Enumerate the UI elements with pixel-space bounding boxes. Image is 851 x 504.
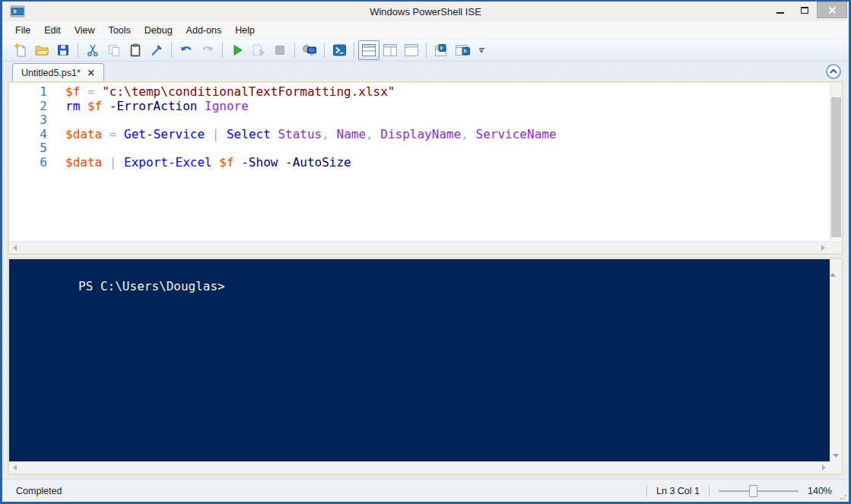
line-number: 4 <box>9 128 47 142</box>
script-editor-pane: 1$f = "c:\temp\conditionalTextFormatting… <box>8 81 843 255</box>
menu-view[interactable]: View <box>68 23 102 38</box>
line-number: 6 <box>9 156 47 170</box>
remote-computer-icon <box>302 43 317 57</box>
title-bar: Windows PowerShell ISE <box>2 2 849 21</box>
editor-horizontal-scrollbar[interactable] <box>9 241 829 253</box>
run-selection-icon <box>251 43 266 57</box>
clear-console-icon <box>150 43 164 57</box>
editor-lines[interactable]: 1$f = "c:\temp\conditionalTextFormatting… <box>9 83 829 241</box>
line-number: 5 <box>9 141 47 156</box>
console-horizontal-scrollbar[interactable] <box>9 461 830 474</box>
save-floppy-icon <box>56 43 70 57</box>
menu-add-ons[interactable]: Add-ons <box>179 23 229 38</box>
zoom-slider-thumb[interactable] <box>749 485 757 497</box>
code-line: 1$f = "c:\temp\conditionalTextFormatting… <box>9 85 829 100</box>
show-script-pane-top-button[interactable] <box>358 40 379 60</box>
toolbar-separator <box>354 43 354 58</box>
workspace: Untitled5.ps1* ✕ 1$f = "c:\temp\conditio… <box>2 62 849 479</box>
menu-help[interactable]: Help <box>228 23 262 38</box>
status-bar-right: Ln 3 Col 1 140% <box>646 484 832 498</box>
console-input-area[interactable]: PS C:\Users\Douglas> <box>9 259 830 461</box>
editor-vertical-scrollbar[interactable] <box>830 84 842 240</box>
script-pane-top-icon <box>361 43 376 57</box>
line-number: 1 <box>9 85 47 100</box>
stop-square-icon <box>273 43 287 57</box>
scroll-up-icon <box>830 260 836 277</box>
code-line: 6$data | Export-Excel $f -Show -AutoSize <box>9 156 829 170</box>
menu-tools[interactable]: Tools <box>102 23 138 38</box>
status-separator <box>709 485 710 497</box>
zoom-slider[interactable] <box>719 484 799 498</box>
undo-button[interactable] <box>176 40 197 60</box>
script-pane-maximized-icon <box>404 43 419 57</box>
overflow-chevron-icon <box>479 50 484 53</box>
script-pane-right-icon <box>383 43 398 57</box>
script-tab-row: Untitled5.ps1* ✕ <box>8 62 843 81</box>
status-separator <box>646 485 647 497</box>
resize-grip[interactable] <box>840 493 847 500</box>
undo-arrow-icon <box>179 43 194 57</box>
copy-icon <box>107 43 121 57</box>
new-powershell-tab-button[interactable] <box>430 40 452 60</box>
toolbar-separator <box>324 43 325 58</box>
collapse-script-pane-button[interactable] <box>825 63 842 80</box>
maximize-button[interactable] <box>792 2 817 18</box>
code-text: rm $f -ErrorAction Ignore <box>65 100 249 114</box>
menu-edit[interactable]: Edit <box>37 23 68 38</box>
console-vertical-scrollbar[interactable] <box>830 260 842 461</box>
console-prompt: PS C:\Users\Douglas> <box>78 279 225 293</box>
open-script-button[interactable] <box>31 40 52 60</box>
tab-label: Untitled5.ps1* <box>21 68 81 78</box>
run-play-icon <box>230 43 244 57</box>
minimize-icon <box>776 12 784 14</box>
toolbar-separator <box>171 43 172 58</box>
clear-console-button[interactable] <box>146 40 167 60</box>
show-script-pane-right-button[interactable] <box>379 40 401 60</box>
start-powershell-button[interactable] <box>329 40 350 60</box>
run-script-button[interactable] <box>227 40 248 60</box>
toolbar-overflow-button[interactable] <box>476 48 487 53</box>
code-line: 5 <box>9 141 829 156</box>
code-line: 3 <box>9 113 829 128</box>
scroll-left-icon <box>13 245 17 251</box>
status-text: Completed <box>16 486 62 496</box>
line-number: 3 <box>9 113 47 128</box>
show-powershell-console-button[interactable] <box>452 40 473 60</box>
redo-button[interactable] <box>197 40 218 60</box>
close-icon <box>828 6 837 14</box>
close-button[interactable] <box>817 2 847 18</box>
scrollbar-thumb[interactable] <box>831 97 841 237</box>
scroll-left-icon <box>13 464 17 471</box>
new-script-button[interactable] <box>10 40 31 60</box>
menu-file[interactable]: File <box>8 23 37 38</box>
powershell-tab-new-icon <box>433 43 449 58</box>
copy-button[interactable] <box>103 40 125 60</box>
code-text: $f = "c:\temp\conditionalTextFormatting.… <box>65 85 395 100</box>
open-folder-icon <box>35 43 49 57</box>
code-line: 4$data = Get-Service | Select Status, Na… <box>9 128 829 142</box>
code-line: 2rm $f -ErrorAction Ignore <box>9 100 829 114</box>
toolbar-separator <box>426 43 427 58</box>
zoom-level: 140% <box>808 486 832 496</box>
window-controls <box>768 2 847 21</box>
new-file-icon <box>14 43 27 57</box>
powershell-icon <box>332 43 347 57</box>
tab-close-icon[interactable]: ✕ <box>87 68 95 78</box>
code-text: $data | Export-Excel $f -Show -AutoSize <box>65 156 351 170</box>
console-pane: PS C:\Users\Douglas> <box>8 258 843 475</box>
line-number: 2 <box>9 100 47 114</box>
zoom-slider-track <box>719 490 799 492</box>
menu-debug[interactable]: Debug <box>138 23 179 38</box>
paste-button[interactable] <box>125 40 146 60</box>
code-text: $data = Get-Service | Select Status, Nam… <box>65 128 557 142</box>
show-script-pane-maximized-button[interactable] <box>401 40 422 60</box>
stop-operation-button[interactable] <box>269 40 291 60</box>
minimize-button[interactable] <box>768 2 792 18</box>
run-selection-button[interactable] <box>248 40 269 60</box>
script-tab-untitled5[interactable]: Untitled5.ps1* ✕ <box>12 63 104 81</box>
new-remote-powershell-tab-button[interactable] <box>299 40 320 60</box>
save-button[interactable] <box>52 40 74 60</box>
toolbar-separator <box>222 43 223 58</box>
menu-bar: File Edit View Tools Debug Add-ons Help <box>2 21 849 39</box>
cut-button[interactable] <box>82 40 103 60</box>
